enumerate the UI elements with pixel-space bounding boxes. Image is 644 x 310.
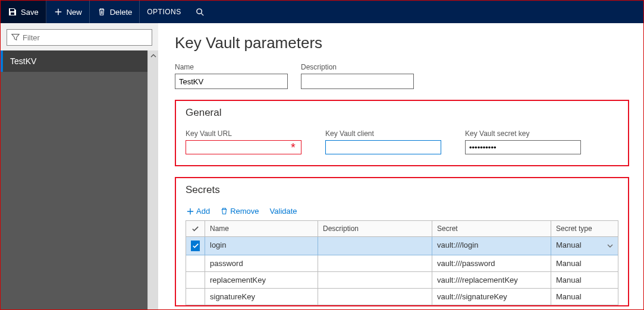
filter-icon [11,33,20,41]
cell-type-value: Manual [556,241,582,249]
col-description[interactable]: Description [318,221,432,236]
search-icon [196,7,205,17]
check-icon [191,241,200,251]
name-input[interactable] [175,74,288,89]
save-icon [8,7,17,17]
cell-secret: vault:///password [432,255,551,271]
general-title: General [186,107,618,119]
sidebar-item-label: TestKV [10,56,36,66]
table-row[interactable]: password vault:///password Manual [186,255,618,272]
row-checkbox[interactable] [186,255,205,271]
row-checkbox[interactable] [186,237,205,255]
cell-secret: vault:///login [432,237,551,255]
row-checkbox[interactable] [186,289,205,305]
kv-url-group: Key Vault URL * [186,129,301,154]
cell-description [318,289,432,305]
grid-header: Name Description Secret Secret type [186,221,618,237]
remove-secret-button[interactable]: Remove [221,207,259,216]
col-secret[interactable]: Secret [432,221,551,236]
secrets-grid: Name Description Secret Secret type logi… [186,220,618,305]
new-label: New [67,8,82,17]
sidebar-filter-input[interactable] [7,29,152,46]
save-label: Save [21,8,39,17]
secrets-actions: Add Remove Validate [186,207,618,220]
cell-description [318,255,432,271]
save-button[interactable]: Save [1,1,46,23]
secrets-title: Secrets [186,184,618,196]
description-label: Description [301,63,414,71]
validate-label: Validate [270,207,297,216]
kv-client-input[interactable] [325,140,441,154]
sidebar-scrollbar[interactable] [147,50,158,309]
table-row[interactable]: replacementKey vault:///replacementKey M… [186,272,618,289]
cell-name: signatureKey [205,289,318,305]
name-field-group: Name [175,63,288,89]
required-asterisk-icon: * [291,141,296,153]
cell-secret: vault:///signatureKey [432,289,551,305]
col-name[interactable]: Name [205,221,318,236]
general-panel: General Key Vault URL * Key Vault client… [175,100,629,166]
sidebar-list: TestKV [1,50,158,309]
plus-icon [187,208,194,215]
description-field-group: Description [301,63,414,89]
app-toolbar: Save New Delete OPTIONS [1,1,643,23]
kv-url-label: Key Vault URL [186,129,301,138]
header-fields: Name Description [175,63,629,89]
sidebar-filter-wrap [1,23,158,50]
trash-icon [221,208,228,215]
delete-label: Delete [110,8,133,17]
kv-secret-input[interactable] [465,140,581,154]
cell-type: Manual [551,272,618,288]
col-type[interactable]: Secret type [551,221,618,236]
delete-button[interactable]: Delete [90,1,140,23]
page-title: Key Vault parameters [175,34,629,52]
name-label: Name [175,63,288,71]
kv-secret-label: Key Vault secret key [465,129,581,138]
plus-icon [54,7,63,17]
kv-secret-group: Key Vault secret key [465,129,581,154]
remove-label: Remove [230,207,259,216]
new-button[interactable]: New [46,1,90,23]
table-row[interactable]: signatureKey vault:///signatureKey Manua… [186,289,618,305]
cell-name: replacementKey [205,272,318,288]
cell-type: Manual [551,255,618,271]
secrets-panel: Secrets Add Remove Validate [175,177,629,306]
options-button[interactable]: OPTIONS [140,1,189,23]
kv-url-input[interactable] [186,140,301,154]
add-label: Add [196,207,210,216]
header-check-icon[interactable] [186,221,205,236]
cell-type: Manual [551,289,618,305]
cell-name: password [205,255,318,271]
sidebar: TestKV [1,23,158,309]
description-input[interactable] [301,74,414,89]
sidebar-item-testkv[interactable]: TestKV [1,50,158,72]
table-row[interactable]: login vault:///login Manual [186,237,618,255]
svg-point-0 [197,8,202,13]
cell-type[interactable]: Manual [551,237,618,255]
cell-name: login [205,237,318,255]
kv-client-label: Key Vault client [325,129,441,138]
options-label: OPTIONS [147,8,181,16]
trash-icon [97,7,106,17]
kv-client-group: Key Vault client [325,129,441,154]
chevron-down-icon [607,243,613,249]
cell-description [318,237,432,255]
validate-button[interactable]: Validate [270,207,297,216]
main-content: Key Vault parameters Name Description Ge… [158,23,643,309]
toolbar-search-button[interactable] [189,1,212,23]
scrollbar-up-icon[interactable] [148,50,159,61]
add-secret-button[interactable]: Add [187,207,210,216]
row-checkbox[interactable] [186,272,205,288]
cell-description [318,272,432,288]
cell-secret: vault:///replacementKey [432,272,551,288]
